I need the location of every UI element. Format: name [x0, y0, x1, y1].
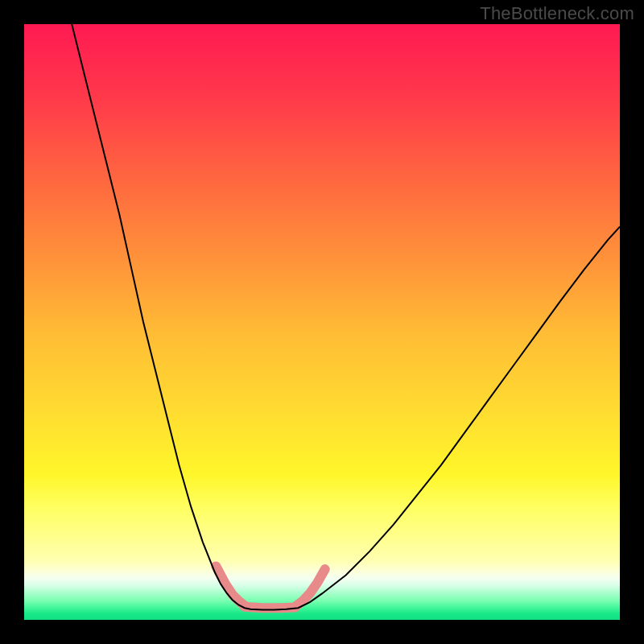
- chart-plot-area: [24, 24, 620, 620]
- chart-svg: [24, 24, 620, 620]
- trough-highlight: [216, 566, 324, 608]
- highlight-bottom-segment: [245, 607, 295, 608]
- bottleneck-curve: [72, 24, 620, 609]
- watermark-text: TheBottleneck.com: [480, 3, 634, 24]
- highlight-left-segment: [216, 566, 245, 605]
